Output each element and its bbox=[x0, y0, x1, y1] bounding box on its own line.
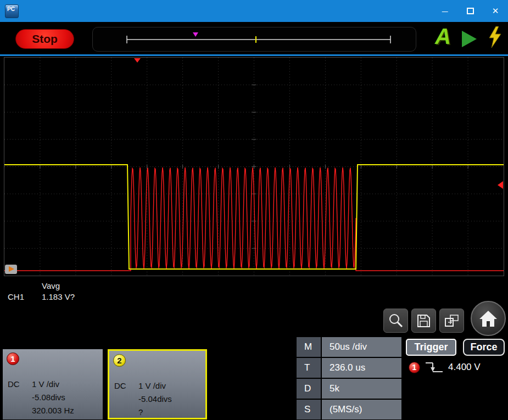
channel1-badge: 1 bbox=[7, 352, 19, 365]
channel1-settings: DC1 V /div -5.08divs 320.003 Hz bbox=[8, 378, 74, 417]
trigger-source: 1 bbox=[412, 363, 417, 372]
channel2-panel[interactable]: 2 DC1 V /div -5.04divs ? bbox=[108, 349, 207, 419]
channel2-coupling: DC bbox=[114, 379, 138, 393]
app-icon: PC bbox=[5, 4, 19, 18]
timebase-row-t[interactable]: T 236.0 us bbox=[297, 358, 401, 378]
measurement-header-row: Vavg bbox=[8, 281, 75, 292]
falling-edge-icon bbox=[425, 361, 444, 374]
timebase-value-s: (5MS/s) bbox=[322, 400, 401, 419]
run-stop-button[interactable]: Stop bbox=[15, 29, 74, 49]
measurement-function: Vavg bbox=[42, 281, 60, 290]
timebase-key-t: T bbox=[297, 358, 322, 378]
maximize-icon bbox=[467, 8, 474, 14]
channel1-coupling: DC bbox=[8, 378, 32, 391]
channel1-frequency: 320.003 Hz bbox=[32, 404, 74, 417]
lightning-glyph bbox=[488, 26, 503, 49]
autoset-icon[interactable]: A bbox=[435, 24, 451, 48]
app-icon-label: PC bbox=[7, 6, 15, 12]
trigger-menu-button[interactable]: Trigger bbox=[406, 339, 456, 356]
channel1-number: 1 bbox=[10, 354, 15, 363]
force-trigger-button[interactable]: Force bbox=[463, 339, 505, 356]
maximize-button[interactable] bbox=[457, 0, 483, 22]
home-button[interactable] bbox=[471, 301, 506, 336]
channel1-scale: 1 V /div bbox=[32, 379, 59, 389]
trigger-level: 4.400 V bbox=[448, 362, 481, 373]
channel1-scale-row: DC1 V /div bbox=[8, 378, 74, 391]
channel2-settings: DC1 V /div -5.04divs ? bbox=[114, 379, 172, 419]
home-icon bbox=[478, 310, 498, 328]
timebase-row-d[interactable]: D 5k bbox=[297, 379, 401, 399]
close-button[interactable]: ✕ bbox=[483, 0, 508, 22]
run-play-icon[interactable] bbox=[462, 31, 477, 47]
channel2-scale: 1 V /div bbox=[138, 381, 166, 390]
channel2-offset: -5.04divs bbox=[138, 393, 172, 406]
titlebar: PC ─ ✕ bbox=[0, 0, 508, 22]
timebase-key-d: D bbox=[297, 379, 322, 399]
waveform-display[interactable] bbox=[4, 58, 504, 276]
timebase-value-d: 5k bbox=[322, 379, 401, 399]
channel1-offset: -5.08divs bbox=[32, 391, 74, 404]
measurement-value-row: CH11.183 V? bbox=[8, 292, 75, 303]
minimize-button[interactable]: ─ bbox=[432, 0, 457, 22]
copy-export-icon bbox=[444, 313, 460, 328]
channel2-scale-row: DC1 V /div bbox=[114, 379, 172, 393]
trigger-info: 1 4.400 V bbox=[409, 361, 506, 374]
toolbar: Stop A bbox=[0, 22, 508, 56]
timebase-key-m: M bbox=[297, 337, 322, 357]
trigger-panel[interactable]: Trigger Force 1 4.400 V bbox=[404, 337, 506, 419]
export-button[interactable] bbox=[439, 309, 464, 333]
trigger-buttons: Trigger Force bbox=[404, 337, 506, 356]
memory-position-bar[interactable] bbox=[92, 27, 416, 52]
channel2-frequency: ? bbox=[138, 406, 172, 419]
measurement-value: 1.183 V? bbox=[42, 292, 75, 301]
marker-play-icon[interactable] bbox=[5, 265, 17, 274]
zoom-button[interactable] bbox=[383, 309, 408, 333]
channel2-number: 2 bbox=[117, 356, 121, 365]
memory-position-graphic bbox=[93, 27, 416, 51]
timebase-row-s[interactable]: S (5MS/s) bbox=[297, 400, 401, 419]
measurement-channel: CH1 bbox=[8, 292, 42, 303]
timebase-value-m: 50us /div bbox=[322, 337, 401, 357]
floppy-icon bbox=[416, 313, 431, 328]
channel2-badge: 2 bbox=[113, 354, 126, 367]
window-controls: ─ ✕ bbox=[432, 0, 508, 22]
lightning-icon[interactable] bbox=[488, 26, 503, 51]
timebase-value-t: 236.0 us bbox=[322, 358, 401, 378]
save-button[interactable] bbox=[411, 309, 436, 333]
waveform-graphic bbox=[4, 58, 504, 276]
trigger-source-badge: 1 bbox=[409, 362, 420, 373]
timebase-panel[interactable]: M 50us /div T 236.0 us D 5k S (5MS/s) bbox=[297, 337, 401, 419]
magnifier-icon bbox=[388, 312, 404, 329]
measurement-readout: Vavg CH11.183 V? bbox=[8, 281, 75, 303]
quick-icon-bar bbox=[383, 305, 506, 336]
channel1-panel[interactable]: 1 DC1 V /div -5.08divs 320.003 Hz bbox=[3, 349, 103, 419]
timebase-row-m[interactable]: M 50us /div bbox=[297, 337, 401, 357]
timebase-key-s: S bbox=[297, 400, 322, 419]
